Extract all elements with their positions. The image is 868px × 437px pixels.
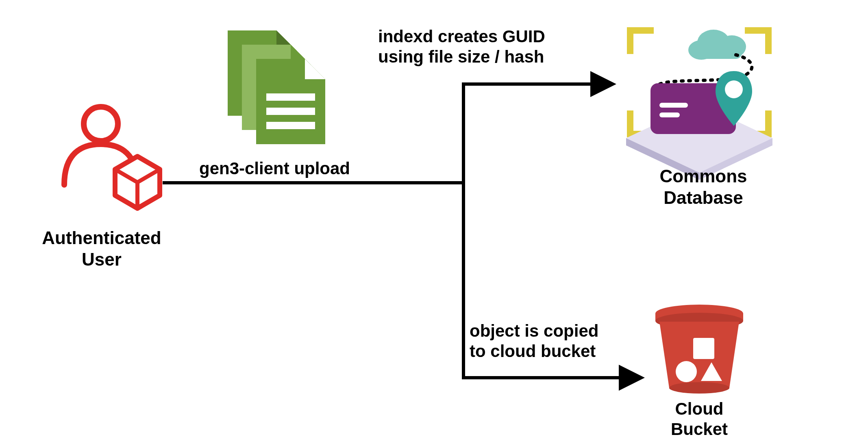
- diagram-stage: Authenticated User: [0, 0, 868, 437]
- edge-to-bucket-label: object is copied to cloud bucket: [470, 321, 648, 362]
- edge-to-database-label: indexd creates GUID using file size / ha…: [378, 26, 606, 67]
- edge-upload-label: gen3-client upload: [199, 158, 411, 179]
